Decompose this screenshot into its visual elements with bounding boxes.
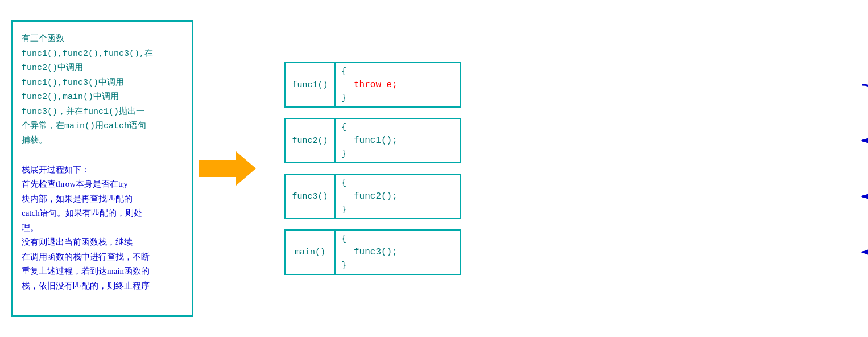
- func1-row: func1() { } throw e;: [284, 62, 857, 108]
- description-text: 有三个函数 func1(),func2(),func3(),在 func2()中…: [22, 32, 183, 148]
- brace-bottom-1: }: [341, 93, 346, 103]
- brace-top-1: {: [341, 67, 346, 76]
- func1-label: func1(): [284, 62, 336, 108]
- main-body: { } func3();: [336, 229, 461, 275]
- func3-code: func2();: [354, 191, 398, 202]
- right-wrapper: func1() { } throw e; func2() { } func1()…: [262, 62, 857, 275]
- brace-bottom-4: }: [341, 261, 346, 270]
- brace-top-2: {: [341, 122, 346, 132]
- func2-code: func1();: [354, 135, 398, 146]
- arrow-container: [193, 151, 262, 186]
- brace-top-4: {: [341, 234, 346, 244]
- brace-top-3: {: [341, 178, 346, 188]
- svg-marker-0: [199, 151, 256, 186]
- right-panel: func1() { } throw e; func2() { } func1()…: [273, 62, 857, 275]
- func2-row: func2() { } func1();: [284, 118, 857, 163]
- main-label: main(): [284, 229, 336, 275]
- main-container: 有三个函数 func1(),func2(),func3(),在 func2()中…: [0, 0, 868, 337]
- explanation-text: 栈展开过程如下： 首先检查throw本身是否在try 块内部，如果是再查找匹配的…: [22, 163, 183, 294]
- func1-body: { } throw e;: [336, 62, 461, 108]
- main-row: main() { } func3();: [284, 229, 857, 275]
- brace-bottom-3: }: [341, 205, 346, 215]
- func2-body: { } func1();: [336, 118, 461, 163]
- func3-body: { } func2();: [336, 174, 461, 219]
- orange-arrow-icon: [199, 151, 256, 186]
- brace-bottom-2: }: [341, 149, 346, 159]
- left-panel: 有三个函数 func1(),func2(),func3(),在 func2()中…: [11, 20, 193, 317]
- func3-row: func3() { } func2();: [284, 174, 857, 219]
- func3-label: func3(): [284, 174, 336, 219]
- func2-label: func2(): [284, 118, 336, 163]
- func1-code: throw e;: [354, 80, 398, 90]
- main-code: func3();: [354, 247, 398, 257]
